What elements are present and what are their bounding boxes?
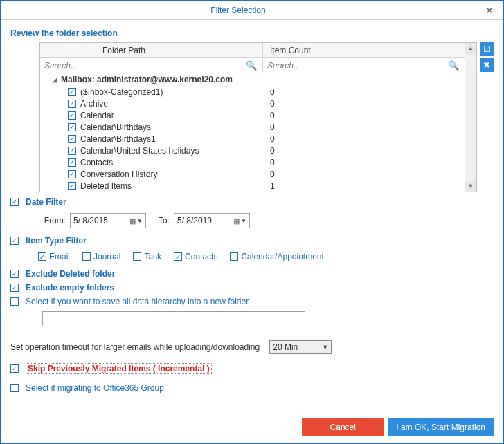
calendar-label: Calendar/Appointment [241, 252, 323, 261]
vertical-scrollbar[interactable]: ▲ ▼ [465, 42, 477, 192]
folder-checkbox[interactable] [68, 111, 76, 120]
folder-count: 0 [263, 134, 465, 144]
chevron-down-icon[interactable]: ▼ [322, 344, 328, 351]
skip-migrated-checkbox[interactable] [10, 364, 19, 373]
mailbox-label: Mailbox: administrator@www.kernel20.com [61, 75, 233, 84]
mailbox-row[interactable]: ◢ Mailbox: administrator@www.kernel20.co… [40, 73, 465, 86]
folder-checkbox[interactable] [68, 123, 76, 131]
o365-group-checkbox[interactable] [10, 384, 19, 392]
folder-name: Calendar\United States holidays [80, 146, 199, 156]
task-label: Task [144, 252, 161, 261]
start-migration-button[interactable]: I am OK, Start Migration [388, 418, 494, 436]
folder-name: Deleted Items [80, 181, 132, 191]
calendar-icon: ▦ [233, 216, 240, 225]
folder-name: Archive [80, 99, 108, 109]
folder-name: Calendar\Birthdays [80, 122, 151, 132]
collapse-icon[interactable]: ◢ [53, 76, 61, 83]
folder-name: ($Inbox-Categorized1) [80, 87, 163, 97]
folder-checkbox[interactable] [68, 88, 76, 96]
folder-count: 0 [263, 99, 465, 109]
exclude-empty-checkbox[interactable] [10, 284, 19, 292]
from-date-value: 5/ 8/2015 [73, 216, 108, 225]
o365-group-label: Select if migrating to Office365 Group [26, 383, 164, 393]
column-item-count[interactable]: Item Count [263, 43, 465, 57]
search-item-count-input[interactable] [266, 60, 448, 71]
search-icon[interactable]: 🔍 [246, 60, 260, 71]
folder-table: Folder Path Item Count 🔍 🔍 ◢ Mailbox: ad… [39, 42, 465, 192]
from-date-input[interactable]: 5/ 8/2015 ▦▼ [70, 213, 146, 228]
table-row[interactable]: ($Inbox-Categorized1)0 [40, 86, 465, 98]
table-row[interactable]: Calendar\Birthdays10 [40, 133, 465, 145]
folder-checkbox[interactable] [68, 182, 76, 190]
folder-count: 0 [263, 158, 465, 167]
folder-checkbox[interactable] [68, 135, 76, 143]
item-type-filter-checkbox[interactable] [10, 237, 19, 245]
search-icon[interactable]: 🔍 [448, 60, 462, 71]
table-body: ◢ Mailbox: administrator@www.kernel20.co… [40, 73, 465, 192]
scroll-down-icon[interactable]: ▼ [465, 181, 476, 192]
email-label: Email [49, 252, 70, 261]
folder-checkbox[interactable] [68, 100, 76, 108]
new-folder-input[interactable] [42, 311, 305, 326]
calendar-checkbox[interactable] [230, 252, 238, 261]
folder-name: Calendar\Birthdays1 [80, 134, 156, 144]
table-row[interactable]: Calendar0 [40, 109, 465, 121]
column-folder-path[interactable]: Folder Path [40, 43, 263, 57]
table-row[interactable]: Contacts0 [40, 156, 465, 168]
folder-name: Contacts [80, 158, 113, 167]
scroll-up-icon[interactable]: ▲ [465, 43, 476, 54]
exclude-deleted-label: Exclude Deleted folder [26, 269, 115, 279]
table-header: Folder Path Item Count [40, 43, 465, 58]
journal-label: Journal [93, 252, 120, 261]
folder-count: 0 [263, 169, 465, 179]
folder-count: 0 [263, 111, 465, 120]
exclude-deleted-checkbox[interactable] [10, 270, 19, 278]
window-title: Filter Selection [1, 6, 476, 15]
contacts-label: Contacts [185, 252, 217, 261]
task-checkbox[interactable] [133, 252, 141, 261]
timeout-value: 20 Min [273, 342, 298, 352]
titlebar: Filter Selection ✕ [1, 1, 503, 20]
select-all-button[interactable]: ☑ [480, 42, 494, 56]
cancel-button[interactable]: Cancel [302, 418, 384, 436]
folder-count: 0 [263, 122, 465, 132]
folder-checkbox[interactable] [68, 158, 76, 167]
timeout-text: Set operation timeout for larger emails … [10, 342, 260, 352]
table-row[interactable]: Calendar\United States holidays0 [40, 145, 465, 156]
save-hierarchy-checkbox[interactable] [10, 297, 19, 306]
to-date-value: 5/ 8/2019 [177, 216, 212, 225]
folder-checkbox[interactable] [68, 170, 76, 178]
table-row[interactable]: Calendar\Birthdays0 [40, 121, 465, 133]
journal-checkbox[interactable] [82, 252, 91, 261]
folder-checkbox[interactable] [68, 147, 76, 155]
close-icon[interactable]: ✕ [476, 1, 503, 19]
save-hierarchy-label: Select if you want to save all data hier… [26, 297, 249, 306]
table-row[interactable]: Deleted Items1 [40, 180, 465, 192]
item-type-filter-label: Item Type Filter [26, 236, 87, 246]
folder-count: 0 [263, 146, 465, 156]
skip-migrated-label: Skip Previously Migrated Items ( Increme… [26, 363, 212, 374]
search-folder-path-input[interactable] [43, 60, 246, 71]
exclude-empty-label: Exclude empty folders [26, 283, 114, 293]
folder-count: 0 [263, 87, 465, 97]
table-row[interactable]: Archive0 [40, 98, 465, 109]
date-filter-label: Date Filter [26, 197, 66, 207]
timeout-select[interactable]: 20 Min ▼ [269, 340, 332, 354]
to-date-input[interactable]: 5/ 8/2019 ▦▼ [174, 213, 250, 228]
to-label: To: [150, 216, 170, 225]
folder-name: Calendar [80, 111, 114, 120]
table-row[interactable]: Conversation History0 [40, 168, 465, 180]
chevron-down-icon[interactable]: ▼ [137, 218, 143, 224]
folder-name: Conversation History [80, 169, 157, 179]
deselect-all-button[interactable]: ✖ [480, 58, 494, 72]
chevron-down-icon[interactable]: ▼ [241, 218, 246, 224]
calendar-icon: ▦ [129, 216, 136, 225]
contacts-checkbox[interactable] [174, 252, 182, 261]
date-filter-checkbox[interactable] [10, 198, 19, 206]
review-heading: Review the folder selection [10, 28, 494, 38]
from-label: From: [38, 216, 66, 225]
folder-count: 1 [263, 181, 465, 191]
email-checkbox[interactable] [38, 252, 46, 261]
